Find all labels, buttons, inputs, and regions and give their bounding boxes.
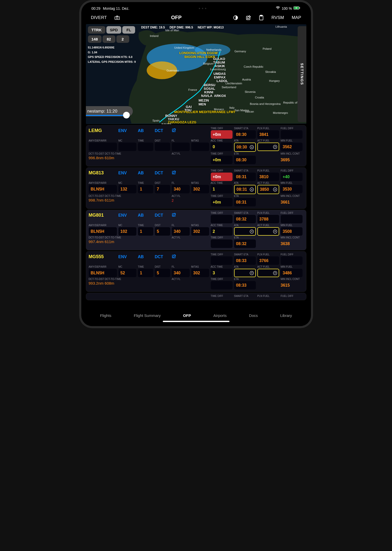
rvsm-button[interactable]: RVSM	[272, 15, 284, 20]
ab-link[interactable]: AB	[138, 253, 153, 265]
mc-value: 102	[118, 227, 136, 236]
waypoint-row-peek: TIME DIFF SMART ETA PLN FUEL FUEL DIFF	[86, 293, 306, 300]
min-incl-cont: 3661	[281, 198, 303, 206]
mc-value: 132	[118, 185, 136, 193]
env-link[interactable]: ENV	[118, 127, 136, 139]
waypoint-row: MG813 ENV AB DCT TIME DIFF+0m SMART ETA0…	[86, 167, 306, 209]
pln-fuel: 3788	[257, 215, 279, 223]
env-link[interactable]: ENV	[118, 169, 136, 181]
env-link[interactable]: ENV	[118, 253, 136, 265]
fl-value: 340	[172, 269, 190, 277]
contrast-icon[interactable]	[233, 15, 238, 20]
clear-icon[interactable]: ✕	[273, 229, 277, 234]
tab-docs[interactable]: Docs	[249, 313, 258, 318]
waypoint-row: MG555 ENV AB DCT TIME DIFF. SMART ETA08:…	[86, 251, 306, 292]
edit-icon[interactable]	[172, 253, 190, 265]
ata-value[interactable]: 08:31✕	[234, 185, 256, 194]
time-value: 1	[138, 269, 153, 277]
svg-point-1	[202, 8, 203, 9]
tab-ofp[interactable]: OFP	[183, 313, 191, 318]
dct-link[interactable]: DCT	[155, 169, 170, 181]
mtas-value: 302	[191, 185, 209, 193]
mtas-value: 302	[191, 269, 209, 277]
time-slider[interactable]	[86, 115, 127, 116]
svg-point-7	[116, 17, 118, 19]
act-fuel[interactable]: ✕	[257, 269, 279, 277]
clear-icon[interactable]: ✕	[250, 271, 254, 275]
clear-icon[interactable]: ✕	[250, 145, 254, 149]
time-diff-2: .	[211, 281, 233, 289]
act-fl	[172, 239, 190, 240]
env-link[interactable]: ENV	[118, 212, 136, 223]
topbar: DIVERT OFP RVSM MAP	[84, 13, 308, 24]
eta-value: 08:30	[234, 156, 256, 164]
clear-icon[interactable]: ✕	[273, 145, 277, 149]
clipboard-icon[interactable]	[259, 15, 264, 20]
home-indicator[interactable]	[163, 321, 229, 322]
time-diff-1: .	[211, 215, 233, 223]
fl-value: 340	[172, 185, 190, 193]
battery-percent: 100 %	[282, 6, 292, 11]
divert-button[interactable]: DIVERT	[91, 15, 107, 20]
dct-link[interactable]: DCT	[155, 253, 170, 265]
tab-airports[interactable]: Airports	[213, 313, 227, 318]
dist-value: 5	[155, 227, 170, 236]
act-fuel[interactable]: ✕	[257, 227, 279, 236]
act-fuel[interactable]: ✕	[257, 143, 279, 151]
time-diff-2: .	[211, 239, 233, 248]
dct-info: 993.2nm 608m	[89, 281, 153, 285]
clear-icon[interactable]: ✕	[250, 229, 254, 234]
acc-time: 3	[211, 269, 233, 277]
clear-icon[interactable]: ✕	[273, 187, 277, 192]
act-fl: 2	[172, 198, 190, 203]
tab-flights[interactable]: Flights	[100, 313, 111, 318]
map-view[interactable]: TTRK SPD FL 148 82 2 DEST DME: 19.5 DEP …	[86, 24, 306, 124]
status-bar: 00:29 Montag 11. Dez. 100 %	[84, 6, 308, 13]
time-slider-thumb[interactable]	[123, 112, 130, 118]
edit-icon[interactable]	[172, 212, 190, 223]
svg-rect-5	[299, 7, 300, 9]
wifi-icon	[276, 6, 280, 11]
ab-link[interactable]: AB	[138, 212, 153, 223]
compose-icon[interactable]	[246, 15, 251, 20]
status-date: Montag 11. Dez.	[103, 6, 129, 11]
dct-link[interactable]: DCT	[155, 127, 170, 139]
camera-icon[interactable]	[115, 15, 120, 20]
battery-icon	[293, 6, 300, 11]
dct-link[interactable]: DCT	[155, 212, 170, 223]
fuel-diff: .	[281, 130, 303, 139]
min-fuel: 3486	[281, 269, 303, 277]
time-diff-1: +0m	[211, 173, 233, 181]
awy-value: .	[89, 143, 117, 151]
edit-icon[interactable]	[172, 169, 190, 181]
eta-value: 08:32	[234, 239, 256, 248]
dct-info: 997.4nm 611m	[89, 239, 153, 244]
edit-icon[interactable]	[172, 127, 190, 139]
tab-summary[interactable]: Flight Summary	[134, 313, 161, 318]
ata-value[interactable]: ✕	[234, 269, 256, 277]
time-value: .	[138, 143, 153, 151]
ata-value[interactable]: 08:30✕	[234, 143, 256, 152]
awy-value: BLN5H	[89, 269, 117, 277]
page-title: OFP	[171, 15, 182, 21]
fuel-diff: .	[281, 215, 303, 223]
time-value: 1	[138, 185, 153, 193]
settings-tab[interactable]: SETTINGS	[298, 26, 306, 122]
act-fuel[interactable]: 3850✕	[257, 185, 279, 194]
mtas-value: .	[191, 143, 209, 151]
mtas-value: 302	[191, 227, 209, 236]
mc-value: .	[118, 143, 136, 151]
clear-icon[interactable]: ✕	[273, 271, 277, 275]
act-fl	[172, 156, 190, 156]
tab-library[interactable]: Library	[280, 313, 292, 318]
time-diff-1: .	[211, 256, 233, 265]
map-button[interactable]: MAP	[292, 15, 301, 20]
waypoint-list: LEMG ENV AB DCT TIME DIFF+0m SMART ETA08…	[86, 125, 306, 310]
eta-value: 08:31	[234, 198, 256, 206]
clear-icon[interactable]: ✕	[250, 187, 254, 192]
waypoint-row: MG801 ENV AB DCT TIME DIFF. SMART ETA08:…	[86, 210, 306, 250]
ab-link[interactable]: AB	[138, 169, 153, 181]
fl-value: .	[172, 143, 190, 151]
ab-link[interactable]: AB	[138, 127, 153, 139]
ata-value[interactable]: ✕	[234, 227, 256, 236]
